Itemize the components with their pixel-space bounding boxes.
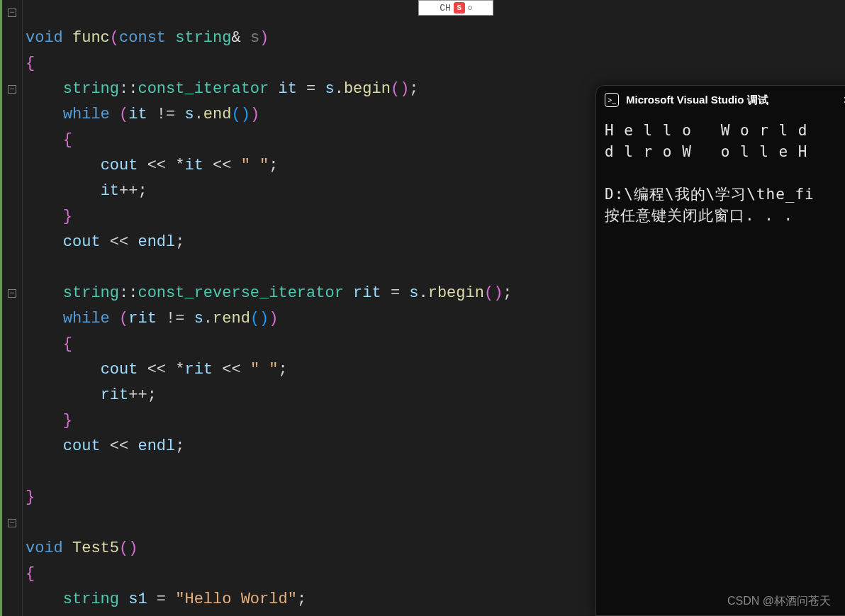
var-rit: rit — [353, 284, 381, 302]
fold-toggle[interactable]: − — [2, 510, 22, 536]
var-s: s — [409, 284, 418, 302]
console-output[interactable]: H e l l o W o r l d d l r o W o l l e H … — [596, 114, 845, 232]
var-endl: endl — [138, 233, 175, 251]
keyword-void: void — [26, 29, 63, 47]
var-endl: endl — [138, 437, 175, 455]
var-s: s — [194, 310, 203, 327]
brace-close: } — [63, 412, 72, 430]
param-s: s — [250, 29, 259, 47]
var-it: it — [184, 157, 203, 174]
fold-toggle[interactable]: − — [2, 77, 22, 102]
func-rend: rend — [213, 310, 250, 327]
string-literal: " " — [250, 361, 279, 379]
var-rit: rit — [128, 310, 157, 327]
var-s1: s1 — [128, 590, 147, 608]
ns-string: string — [63, 284, 119, 302]
ime-icon: S — [454, 2, 465, 13]
func-rbegin: rbegin — [428, 284, 484, 302]
var-cout: cout — [63, 233, 101, 251]
type-string: string — [175, 29, 231, 47]
var-it: it — [278, 80, 296, 98]
var-rit: rit — [101, 386, 129, 404]
var-it: it — [101, 182, 119, 200]
keyword-while: while — [63, 310, 110, 327]
code-area[interactable]: void func(const string& s) { string::con… — [23, 0, 513, 616]
var-rit: rit — [184, 361, 213, 379]
brace-open: { — [63, 131, 72, 149]
console-line: d l r o W o l l e H — [605, 143, 808, 160]
keyword-while: while — [63, 106, 110, 123]
fold-toggle[interactable]: − — [2, 281, 22, 306]
console-line: 按任意键关闭此窗口. . . — [605, 207, 793, 224]
fold-gutter: − − − − — [0, 0, 23, 616]
brace-open: { — [63, 335, 72, 353]
watermark: CSDN @杯酒问苍天 — [727, 594, 831, 609]
string-literal: " " — [241, 157, 269, 174]
keyword-void: void — [26, 539, 63, 557]
func-begin: begin — [344, 80, 391, 98]
func-test5: Test5 — [72, 539, 119, 557]
var-s: s — [184, 106, 194, 123]
fold-toggle[interactable]: − — [2, 0, 22, 26]
console-icon: >_ — [605, 93, 619, 107]
func-name: func — [72, 29, 110, 47]
brace-close: } — [26, 488, 35, 506]
op-amp: & — [231, 29, 240, 47]
var-cout: cout — [101, 157, 138, 174]
console-titlebar[interactable]: >_ Microsoft Visual Studio 调试 ✕ — [596, 86, 845, 114]
brace-close: } — [63, 208, 72, 225]
ime-lang: CH — [440, 3, 451, 13]
func-end: end — [203, 106, 232, 123]
type-string: string — [63, 590, 119, 608]
ime-dot — [468, 6, 472, 10]
keyword-const: const — [119, 29, 166, 47]
type-riter: const_reverse_iterator — [138, 284, 343, 302]
console-line: H e l l o W o r l d — [605, 122, 808, 139]
debug-console[interactable]: >_ Microsoft Visual Studio 调试 ✕ H e l l … — [595, 85, 845, 616]
ime-badge[interactable]: CH S — [418, 0, 493, 16]
console-line: D:\编程\我的\学习\the_fi — [605, 186, 815, 203]
var-cout: cout — [63, 437, 101, 455]
var-cout: cout — [101, 361, 138, 379]
brace-open: { — [26, 565, 35, 583]
var-it: it — [128, 106, 147, 123]
string-literal: "Hello World" — [175, 590, 297, 608]
type-iter: const_iterator — [138, 80, 269, 98]
close-icon[interactable]: ✕ — [839, 94, 845, 106]
brace-open: { — [26, 55, 35, 72]
console-title: Microsoft Visual Studio 调试 — [626, 94, 832, 107]
var-s: s — [325, 80, 335, 98]
ns-string: string — [63, 80, 119, 98]
